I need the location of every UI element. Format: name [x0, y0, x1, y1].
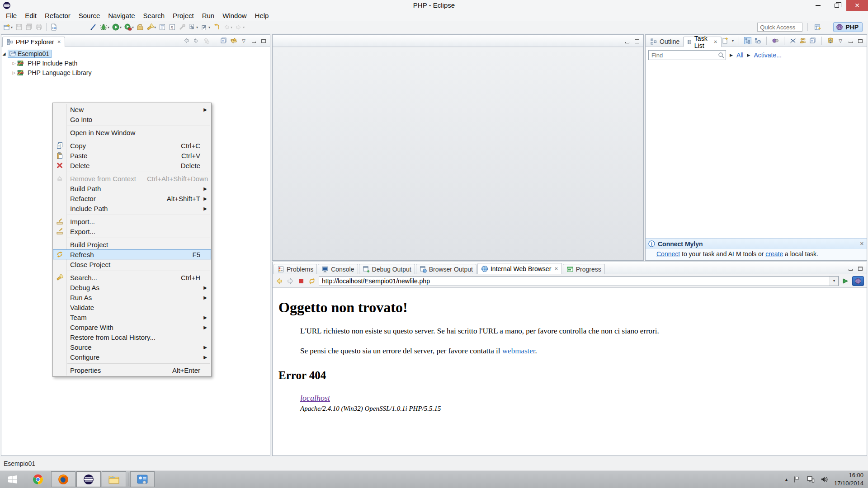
menu-item-include-path[interactable]: Include Path▶	[53, 203, 211, 213]
minimize-view-icon[interactable]	[250, 37, 257, 44]
browser-stop-button[interactable]	[297, 277, 305, 285]
menu-item-copy[interactable]: CopyCtrl+C	[53, 141, 211, 150]
run-external-button[interactable]: ▾	[123, 22, 135, 33]
menu-item-configure[interactable]: Configure▶	[53, 352, 211, 362]
quick-access-input[interactable]	[757, 23, 802, 32]
volume-icon[interactable]	[821, 476, 828, 483]
tab-debug-output[interactable]: Debug Output	[359, 264, 415, 274]
collapse-all-icon[interactable]	[809, 37, 816, 44]
menu-edit[interactable]: Edit	[21, 11, 41, 21]
last-edit-location-button[interactable]	[212, 22, 221, 33]
new-task-button[interactable]	[722, 37, 729, 44]
all-link[interactable]: All	[736, 52, 744, 59]
menu-item-export[interactable]: Export...	[53, 226, 211, 236]
scheduled-view-button[interactable]	[754, 37, 761, 44]
menu-file[interactable]: File	[2, 11, 21, 21]
menu-source[interactable]: Source	[75, 11, 104, 21]
menu-item-paste[interactable]: PasteCtrl+V	[53, 150, 211, 160]
menu-item-new[interactable]: New▶	[53, 104, 211, 114]
browser-forward-button[interactable]	[286, 277, 294, 285]
back-button[interactable]: ▾	[222, 22, 233, 33]
menu-item-run-as[interactable]: Run As▶	[53, 292, 211, 302]
menu-run[interactable]: Run	[198, 11, 219, 21]
tree-row-language-library[interactable]: ▷ PHP Language Library	[1, 68, 270, 77]
taskbar-settings-button[interactable]	[130, 471, 155, 487]
browser-go-button[interactable]	[841, 277, 849, 285]
menu-project[interactable]: Project	[169, 11, 198, 21]
minimize-button[interactable]	[808, 0, 827, 11]
menu-item-refactor[interactable]: RefactorAlt+Shift+T▶	[53, 193, 211, 203]
show-whitespace-icon[interactable]: ¶	[168, 22, 177, 33]
php-perspective-button[interactable]: 7 PHP	[833, 22, 863, 32]
selected-project[interactable]: P Esempio01	[8, 50, 52, 58]
back-icon[interactable]	[183, 37, 190, 44]
menu-navigate[interactable]: Navigate	[104, 11, 139, 21]
menu-item-search[interactable]: Search...Ctrl+H	[53, 272, 211, 282]
find-input[interactable]	[648, 50, 726, 60]
menu-help[interactable]: Help	[251, 11, 273, 21]
categorized-view-button[interactable]	[744, 37, 751, 44]
menu-search[interactable]: Search	[139, 11, 169, 21]
menu-item-properties[interactable]: PropertiesAlt+Enter	[53, 365, 211, 375]
save-button[interactable]	[14, 22, 24, 33]
browser-back-button[interactable]	[275, 277, 283, 285]
menu-item-compare-with[interactable]: Compare With▶	[53, 322, 211, 332]
menu-item-debug-as[interactable]: Debug As▶	[53, 282, 211, 292]
menu-item-import[interactable]: Import...	[53, 216, 211, 226]
tree-row-project[interactable]: ◢ P Esempio01	[1, 49, 270, 58]
menu-item-close-project[interactable]: Close Project	[53, 259, 211, 269]
url-dropdown-icon[interactable]: ▾	[830, 277, 838, 286]
people-button[interactable]	[799, 37, 807, 44]
pen-icon[interactable]	[89, 22, 98, 33]
menu-item-validate[interactable]: Validate	[53, 302, 211, 312]
focus-on-workweek-button[interactable]	[772, 37, 779, 44]
open-external-browser-button[interactable]	[852, 276, 864, 286]
maximize-view-icon[interactable]	[857, 37, 864, 44]
restore-button[interactable]	[827, 0, 846, 11]
minimize-view-icon[interactable]	[623, 38, 631, 45]
webmaster-link[interactable]: webmaster	[502, 347, 535, 355]
save-all-button[interactable]	[24, 22, 33, 33]
next-annotation-button[interactable]: ▾	[188, 22, 199, 33]
tab-internal-web-browser[interactable]: Internal Web Browser ✕	[477, 263, 562, 274]
maximize-view-icon[interactable]	[260, 37, 267, 44]
taskbar-firefox-button[interactable]	[51, 471, 75, 487]
expand-icon[interactable]: ▶	[747, 53, 750, 57]
menu-item-source[interactable]: Source▶	[53, 342, 211, 352]
editor-icon[interactable]	[158, 22, 167, 33]
tab-task-list[interactable]: Task List ✕	[683, 37, 722, 47]
tab-console[interactable]: Console	[318, 264, 358, 274]
menu-item-build-path[interactable]: Build Path▶	[53, 183, 211, 193]
format-icon[interactable]	[178, 22, 187, 33]
new-wizard-button[interactable]: ▾	[2, 22, 14, 33]
expand-icon[interactable]: ▶	[730, 53, 733, 57]
run-button[interactable]: ▾	[111, 22, 123, 33]
expander-expanded-icon[interactable]: ◢	[1, 52, 7, 56]
browser-refresh-button[interactable]	[308, 277, 316, 285]
menu-item-refresh[interactable]: RefreshF5	[53, 249, 211, 259]
menu-item-open-in-new-window[interactable]: Open in New Window	[53, 127, 211, 137]
taskbar-explorer-button[interactable]	[102, 471, 126, 487]
expander-collapsed-icon[interactable]: ▷	[11, 70, 17, 75]
tree-row-include-path[interactable]: ▷ PHP Include Path	[1, 58, 270, 68]
up-icon[interactable]	[203, 37, 210, 44]
forward-button[interactable]: ▾	[234, 22, 245, 33]
taskbar-chrome-button[interactable]	[26, 471, 50, 487]
taskbar-clock[interactable]: 16:00 17/10/2014	[834, 471, 863, 487]
minimize-view-icon[interactable]	[847, 37, 854, 44]
tab-php-explorer[interactable]: PHP Explorer ✕	[2, 37, 65, 47]
activate-link[interactable]: Activate...	[754, 52, 781, 59]
maximize-view-icon[interactable]	[633, 38, 641, 45]
print-button[interactable]	[34, 22, 43, 33]
close-icon[interactable]: ✕	[57, 39, 61, 44]
search-flashlight-button[interactable]: ▾	[146, 22, 157, 33]
menu-item-delete[interactable]: DeleteDelete	[53, 160, 211, 170]
menu-item-remove-from-context[interactable]: Remove from ContextCtrl+Alt+Shift+Down	[53, 174, 211, 183]
collapse-all-icon[interactable]	[220, 37, 227, 44]
close-icon[interactable]: ✕	[714, 39, 717, 44]
menu-refactor[interactable]: Refactor	[41, 11, 75, 21]
debug-button[interactable]: ▾	[99, 22, 110, 33]
open-resource-icon[interactable]	[136, 22, 145, 33]
create-link[interactable]: create	[765, 250, 783, 258]
tab-browser-output[interactable]: Browser Output	[416, 264, 476, 274]
